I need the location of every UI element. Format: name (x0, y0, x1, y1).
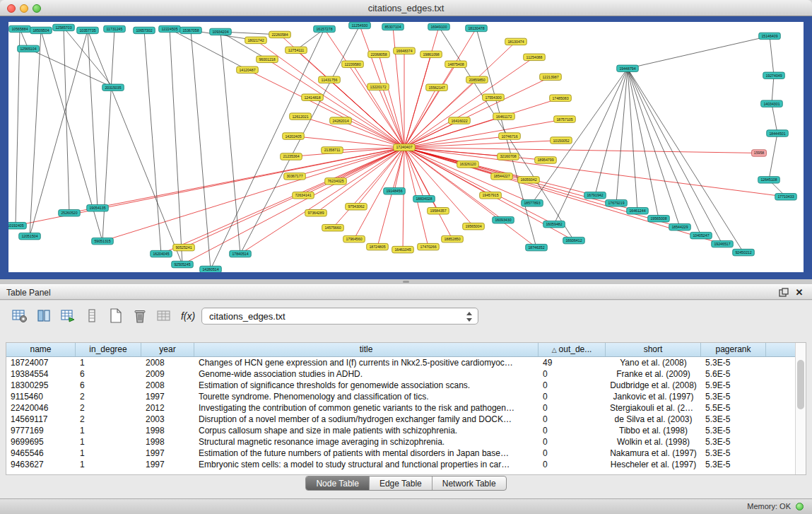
graph-node[interactable]: 15367058 (180, 27, 202, 33)
cell-pagerank[interactable]: 5.3E-5 (701, 459, 766, 470)
graph-node[interactable]: 10192405 (8, 222, 26, 228)
citation-edge-black[interactable] (628, 69, 637, 211)
cell-in_degree[interactable]: 1 (76, 425, 141, 436)
graph-node[interactable]: 16326120 (457, 161, 479, 168)
graph-node[interactable]: 15958 (752, 150, 767, 156)
graph-node[interactable]: 16461045 (392, 246, 414, 252)
citation-graph[interactable]: 1724040712239580114317561241481812612021… (8, 22, 804, 272)
citation-edge-red[interactable] (312, 98, 404, 148)
cell-in_degree[interactable]: 2 (76, 391, 141, 402)
citation-edge-black[interactable] (88, 30, 182, 264)
graph-node[interactable]: 22260584 (269, 31, 291, 37)
cell-short[interactable]: Hescheler et al. (1997) (606, 459, 701, 470)
graph-node[interactable]: 18757105 (554, 116, 576, 122)
table-disabled-button[interactable] (154, 306, 174, 326)
cell-year[interactable]: 1997 (141, 459, 194, 470)
citation-edge-black[interactable] (772, 104, 777, 134)
graph-node[interactable]: 19054135 (87, 205, 109, 211)
graph-node[interactable]: 96001218 (257, 56, 278, 62)
graph-node[interactable]: 14120487 (237, 66, 259, 73)
citation-edge-black[interactable] (30, 30, 41, 236)
citation-edge-red[interactable] (393, 27, 404, 148)
table-row[interactable]: 1830029562008Estimation of significance … (6, 380, 806, 391)
cell-short[interactable]: Jankovic et al. (1997) (606, 391, 701, 402)
cell-pagerank[interactable]: 5.3E-5 (701, 357, 766, 368)
citation-edge-black[interactable] (772, 76, 774, 104)
graph-node[interactable]: 17840514 (230, 250, 252, 257)
citation-edge-black[interactable] (628, 36, 770, 69)
scrollbar-thumb[interactable] (797, 360, 804, 409)
cell-pagerank[interactable]: 5.3E-5 (701, 448, 766, 459)
cell-title[interactable]: Embryonic stem cells: a model to study s… (194, 459, 539, 470)
graph-node[interactable]: 30367177 (284, 173, 306, 180)
cell-out_de[interactable]: 0 (539, 459, 606, 470)
citation-edge-black[interactable] (170, 29, 247, 70)
citation-edge-black[interactable] (220, 32, 267, 59)
graph-node[interactable]: 18577893 (522, 200, 543, 206)
cell-in_degree[interactable]: 6 (76, 368, 141, 380)
graph-node[interactable]: 12414818 (302, 94, 324, 100)
float-panel-icon[interactable] (778, 287, 789, 298)
graph-node[interactable]: 18130478 (466, 25, 488, 31)
graph-node[interactable]: 18852850 (442, 235, 464, 242)
graph-node[interactable]: 72634141 (293, 192, 314, 199)
graph-node[interactable]: 19565004 (463, 223, 485, 229)
citation-edge-black[interactable] (628, 69, 659, 218)
graph-node[interactable]: 12645108 (758, 177, 780, 183)
new-table-button[interactable] (106, 306, 126, 326)
cell-in_degree[interactable]: 2 (76, 414, 141, 425)
table-row[interactable]: 946362711997Embryonic stem cells: a mode… (6, 459, 806, 470)
graph-node[interactable]: 10746716 (499, 133, 521, 139)
graph-node[interactable]: 10150052 (551, 137, 572, 144)
citation-edge-red[interactable] (404, 119, 565, 148)
graph-node[interactable]: 20315035 (102, 84, 124, 90)
graph-node[interactable]: 14575660 (322, 224, 344, 230)
graph-node[interactable]: 24282014 (330, 117, 352, 124)
citation-edge-black[interactable] (30, 30, 88, 236)
cell-name[interactable]: 18724007 (6, 357, 76, 368)
cell-in_degree[interactable]: 1 (76, 357, 141, 368)
cell-name[interactable]: 22420046 (6, 402, 76, 414)
graph-node[interactable]: 12051504 (19, 233, 41, 239)
table-vertical-scrollbar[interactable] (795, 343, 806, 474)
citation-edge-red[interactable] (161, 147, 404, 254)
table-row[interactable]: 1938455462009Genome-wide association stu… (6, 368, 806, 380)
graph-node[interactable]: 85307104 (382, 23, 404, 30)
graph-node[interactable]: 97543062 (346, 204, 367, 210)
citation-edge-red[interactable] (403, 147, 404, 250)
citation-edge-black[interactable] (88, 30, 98, 208)
graph-node[interactable]: 11431756 (319, 76, 341, 83)
graph-node[interactable]: 21358711 (322, 147, 343, 153)
graph-node[interactable]: 18509504 (30, 27, 52, 33)
cell-in_degree[interactable]: 2 (76, 402, 141, 414)
citation-edge-black[interactable] (191, 30, 211, 269)
citation-edge-red[interactable] (404, 98, 560, 148)
graph-node[interactable]: 97364289 (305, 210, 327, 216)
graph-node[interactable]: 16416022 (449, 117, 471, 124)
cell-title[interactable]: Genome-wide association studies in ADHD. (194, 368, 539, 380)
column-header-pagerank[interactable]: pagerank (701, 343, 766, 356)
citation-edge-red[interactable] (336, 147, 404, 181)
citation-edge-black[interactable] (28, 49, 113, 88)
table-row[interactable]: 977716911998Corpus callosum shape and si… (6, 425, 806, 436)
cell-title[interactable]: Changes of HCN gene expression and I(f) … (194, 357, 539, 368)
graph-node[interactable]: 18544229 (669, 223, 691, 230)
graph-node[interactable]: 12754111 (286, 47, 307, 53)
cell-year[interactable]: 1998 (141, 425, 194, 436)
column-header-name[interactable]: name (6, 343, 76, 356)
cell-in_degree[interactable]: 1 (76, 448, 141, 459)
table-row[interactable]: 2242004622012Investigating the contribut… (6, 402, 806, 414)
cell-name[interactable]: 9465546 (6, 448, 76, 459)
graph-node[interactable]: 12612021 (290, 113, 312, 119)
graph-node[interactable]: 16791942 (584, 192, 606, 199)
tab-network-table[interactable]: Network Table (433, 477, 506, 490)
graph-node[interactable]: 12213987 (540, 74, 562, 80)
graph-node[interactable]: 12585703 (53, 24, 75, 30)
graph-node[interactable]: 16157278 (314, 25, 336, 32)
citation-edge-red[interactable] (404, 147, 473, 226)
graph-node[interactable]: 15562147 (426, 84, 448, 90)
cell-in_degree[interactable]: 6 (76, 380, 141, 391)
citation-edge-black[interactable] (64, 28, 113, 88)
cell-title[interactable]: Estimation of the future numbers of pati… (194, 448, 539, 459)
citation-edge-black[interactable] (628, 69, 722, 244)
